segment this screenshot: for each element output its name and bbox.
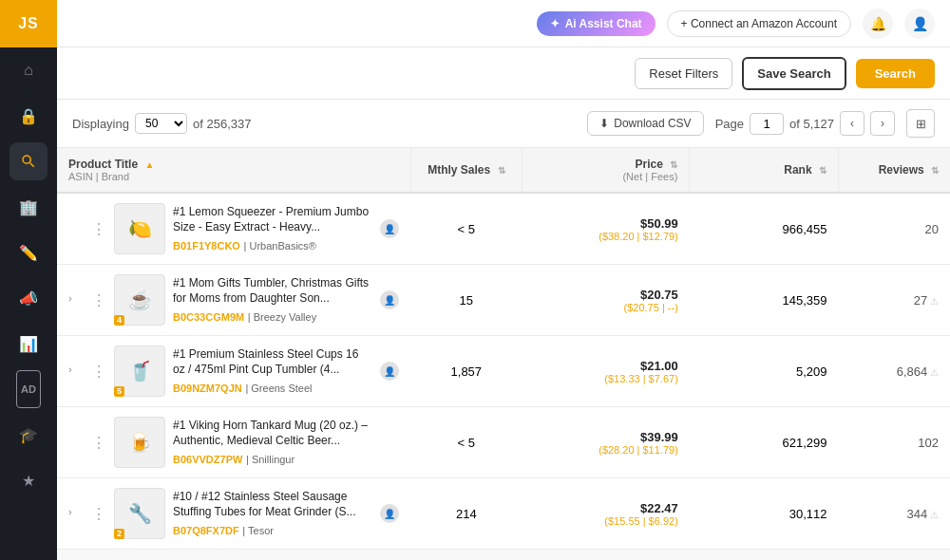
table-row: › ⋮ 🔧 2 #10 / #12 Stainless Steel Sausag…	[57, 478, 950, 550]
total-pages-label: of 5,127	[789, 117, 834, 131]
reviews-warning-icon: ⚠	[927, 510, 939, 520]
expand-btn[interactable]: ›	[68, 364, 84, 379]
price-sub: ($28.20 | $11.79)	[534, 444, 678, 456]
rank-cell: 145,359	[690, 265, 839, 336]
product-info: #10 / #12 Stainless Steel Sausage Stuffi…	[173, 490, 372, 537]
product-meta: B01F1Y8CKO | UrbanBasics®	[173, 238, 372, 252]
table-row: › ⋮ 🍋 #1 Lemon Squeezer - Premium Jumbo …	[57, 193, 950, 265]
kebab-menu-btn[interactable]: ⋮	[91, 434, 106, 452]
sidebar-item-search[interactable]	[10, 142, 48, 180]
product-asin[interactable]: B07Q8FX7DF	[173, 525, 239, 536]
seller-icon: 👤	[380, 362, 399, 381]
rank-badge: 2	[114, 529, 124, 539]
product-meta: B07Q8FX7DF | Tesor	[173, 523, 372, 537]
reviews-cell: 344 ⚠	[838, 478, 950, 550]
col-header-reviews[interactable]: Reviews ⇅	[838, 148, 950, 193]
search-label: Search	[875, 66, 916, 81]
sidebar-item-ad[interactable]: AD	[16, 370, 41, 408]
profile-button[interactable]: 👤	[904, 9, 935, 39]
col-header-sales[interactable]: Mthly Sales ⇅	[410, 148, 522, 193]
product-asin[interactable]: B09NZM7QJN	[173, 383, 242, 394]
product-table: Product Title ▲ ASIN | Brand Mthly Sales…	[57, 148, 950, 550]
product-asin[interactable]: B06VVDZ7PW	[173, 454, 242, 465]
per-page-select[interactable]: 50 25 100	[135, 113, 187, 134]
price-cell: $22.47 ($15.55 | $6.92)	[522, 478, 690, 550]
reviews-count: 20	[925, 222, 939, 236]
rank-cell: 30,112	[690, 478, 839, 550]
grid-view-button[interactable]: ⊞	[906, 109, 935, 138]
kebab-menu-btn[interactable]: ⋮	[91, 291, 106, 309]
sidebar: JS ⌂ 🔒 🏢 ✏️ 📣 📊 AD 🎓 ★	[0, 0, 57, 560]
product-image: 🍋	[114, 203, 165, 254]
product-meta: B0C33CGM9M | Breezy Valley	[173, 309, 372, 324]
prev-page-button[interactable]: ‹	[840, 111, 864, 136]
product-cell-4: › ⋮ 🍺 #1 Viking Horn Tankard Mug (20 oz.…	[57, 407, 410, 478]
sidebar-item-lock[interactable]: 🔒	[10, 97, 48, 135]
next-page-button[interactable]: ›	[870, 111, 895, 136]
reset-filters-label: Reset Filters	[649, 66, 718, 81]
controls-bar: Displaying 50 25 100 of 256,337 ⬇ Downlo…	[57, 100, 950, 148]
page-label: Page	[715, 117, 744, 131]
product-image-wrap: 🍋	[114, 203, 165, 254]
product-info: #1 Lemon Squeezer - Premium Jumbo Size -…	[173, 205, 372, 252]
expand-btn[interactable]: ›	[68, 292, 84, 308]
reset-filters-button[interactable]: Reset Filters	[635, 58, 732, 89]
product-asin[interactable]: B01F1Y8CKO	[173, 240, 240, 252]
price-cell: $21.00 ($13.33 | $7.67)	[522, 336, 690, 407]
price-main: $39.99	[534, 430, 678, 444]
page-input[interactable]	[750, 113, 784, 135]
sort-icon-rank: ⇅	[819, 165, 826, 176]
table-body: › ⋮ 🍋 #1 Lemon Squeezer - Premium Jumbo …	[57, 193, 950, 550]
sidebar-item-building[interactable]: 🏢	[10, 188, 48, 226]
expand-btn[interactable]: ›	[68, 506, 84, 521]
product-title: #1 Mom Gifts Tumbler, Christmas Gifts fo…	[173, 276, 372, 306]
sidebar-item-graduation[interactable]: 🎓	[10, 416, 48, 454]
product-info: #1 Viking Horn Tankard Mug (20 oz.) – Au…	[173, 419, 399, 466]
product-title: #1 Premium Stainless Steel Cups 16 oz / …	[173, 347, 372, 377]
total-count-label: of 256,337	[193, 117, 251, 131]
kebab-menu-btn[interactable]: ⋮	[91, 363, 106, 381]
kebab-menu-btn[interactable]: ⋮	[91, 505, 106, 523]
product-meta: B06VVDZ7PW | Snillingur	[173, 452, 399, 466]
product-info: #1 Mom Gifts Tumbler, Christmas Gifts fo…	[173, 276, 372, 324]
pagination: Page of 5,127 ‹ ›	[715, 111, 895, 136]
monthly-sales-cell: < 5	[410, 193, 522, 265]
product-asin[interactable]: B0C33CGM9M	[173, 311, 244, 323]
reviews-warning-icon: ⚠	[927, 296, 939, 307]
reviews-cell: 6,864 ⚠	[838, 336, 950, 407]
price-main: $22.47	[534, 501, 678, 515]
save-search-button[interactable]: Save Search	[742, 57, 846, 90]
col-header-product[interactable]: Product Title ▲ ASIN | Brand	[57, 148, 410, 193]
product-image-wrap: 🔧 2	[114, 488, 165, 539]
controls-right: ⬇ Download CSV Page of 5,127 ‹ › ⊞	[587, 109, 935, 138]
search-button[interactable]: Search	[856, 59, 935, 88]
reviews-count: 102	[918, 436, 939, 450]
reviews-count: 27	[914, 293, 927, 308]
col-header-rank[interactable]: Rank ⇅	[690, 148, 839, 193]
product-table-wrapper: Product Title ▲ ASIN | Brand Mthly Sales…	[57, 148, 950, 550]
sidebar-item-chart[interactable]: 📊	[10, 325, 48, 363]
col-header-price[interactable]: Price ⇅ (Net | Fees)	[522, 148, 690, 193]
sidebar-item-star[interactable]: ★	[10, 461, 48, 499]
connect-amazon-button[interactable]: + Connect an Amazon Account	[667, 10, 851, 37]
product-info: #1 Premium Stainless Steel Cups 16 oz / …	[173, 347, 372, 395]
product-cell-2: › ⋮ ☕ 4 #1 Mom Gifts Tumbler, Christmas …	[57, 265, 410, 336]
kebab-menu-btn[interactable]: ⋮	[91, 220, 106, 238]
sidebar-item-megaphone[interactable]: 📣	[10, 279, 48, 317]
notification-button[interactable]: 🔔	[863, 9, 893, 39]
col-header-product-sub: ASIN | Brand	[68, 171, 399, 182]
sidebar-logo: JS	[0, 0, 57, 47]
displaying-label: Displaying	[72, 117, 129, 131]
price-cell: $39.99 ($28.20 | $11.79)	[522, 407, 690, 478]
product-brand: | Breezy Valley	[248, 311, 316, 323]
ai-assist-button[interactable]: ✦ Ai Assist Chat	[537, 11, 656, 36]
table-header-row: Product Title ▲ ASIN | Brand Mthly Sales…	[57, 148, 950, 193]
save-search-label: Save Search	[757, 66, 830, 81]
sidebar-item-home[interactable]: ⌂	[10, 51, 48, 89]
product-cell-3: › ⋮ 🥤 5 #1 Premium Stainless Steel Cups …	[57, 336, 410, 407]
sidebar-item-pencil[interactable]: ✏️	[10, 233, 48, 271]
download-csv-button[interactable]: ⬇ Download CSV	[587, 111, 703, 136]
connect-amazon-label: + Connect an Amazon Account	[681, 17, 837, 30]
monthly-sales-cell: 15	[410, 265, 522, 336]
seller-icon: 👤	[380, 504, 399, 523]
